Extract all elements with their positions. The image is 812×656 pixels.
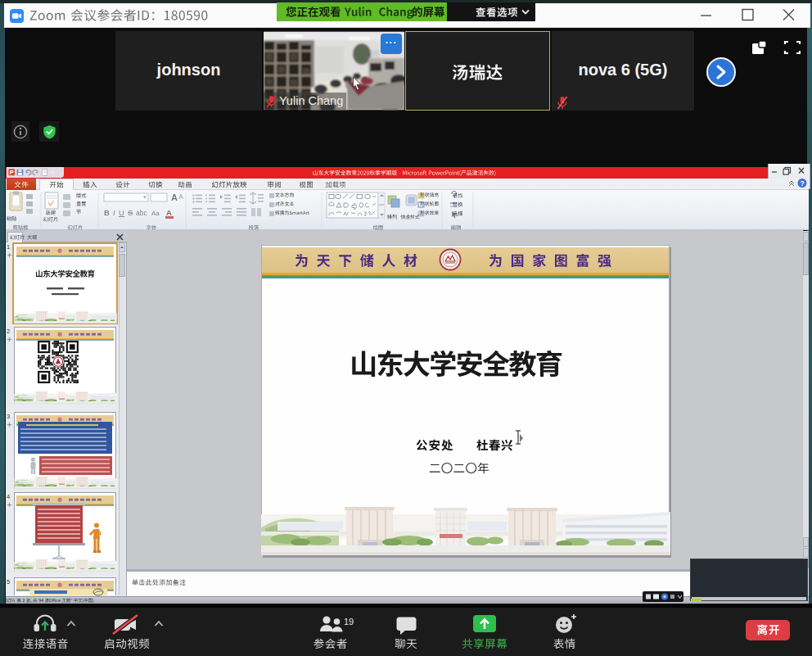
svg-text:abc: abc [136, 209, 147, 217]
svg-text:I: I [113, 208, 115, 217]
svg-text:U: U [119, 208, 124, 217]
svg-text:A: A [178, 192, 183, 201]
svg-text:P: P [10, 169, 14, 176]
svg-text:?: ? [800, 179, 804, 188]
svg-text:S: S [128, 208, 133, 217]
svg-text:B: B [104, 208, 110, 217]
svg-text:Aa: Aa [151, 210, 160, 217]
svg-text:A: A [171, 192, 178, 202]
svg-text:A: A [166, 208, 172, 217]
